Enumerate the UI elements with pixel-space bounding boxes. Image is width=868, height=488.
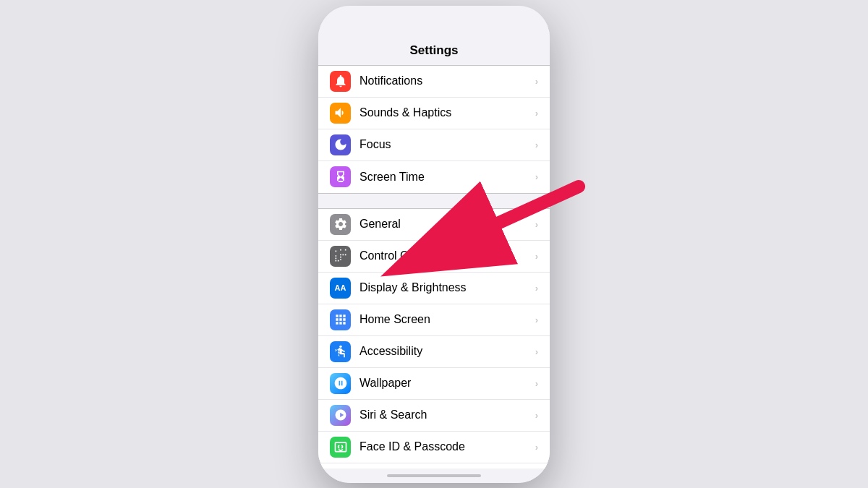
page-title: Settings: [318, 38, 550, 65]
controlcenter-label: Control Center: [359, 249, 535, 262]
notifications-label: Notifications: [359, 74, 535, 87]
phone-frame: Settings Notifications › Sounds & Haptic…: [318, 6, 550, 483]
home-indicator: [318, 468, 550, 483]
settings-row-siri[interactable]: Siri & Search ›: [318, 400, 550, 432]
moon-icon: [333, 137, 348, 152]
controlcenter-icon-wrap: [330, 246, 351, 267]
sounds-label: Sounds & Haptics: [359, 106, 535, 119]
settings-row-homescreen[interactable]: Home Screen ›: [318, 304, 550, 336]
siri-label: Siri & Search: [359, 408, 535, 421]
accessibility-icon-wrap: [330, 341, 351, 362]
hourglass-icon: [333, 170, 348, 184]
notifications-chevron: ›: [535, 76, 538, 87]
status-bar: [318, 6, 550, 38]
aa-icon-text: AA: [335, 283, 346, 292]
controlcenter-chevron: ›: [535, 251, 538, 262]
home-bar: [387, 474, 481, 477]
focus-icon-wrap: [330, 134, 351, 155]
faceid-label: Face ID & Passcode: [359, 440, 535, 453]
focus-chevron: ›: [535, 140, 538, 150]
settings-row-general[interactable]: General ›: [318, 209, 550, 241]
accessibility-label: Accessibility: [359, 345, 535, 358]
settings-row-screentime[interactable]: Screen Time ›: [318, 161, 550, 193]
home-icon: [333, 312, 348, 327]
notifications-icon-wrap: [330, 71, 351, 92]
sound-icon: [333, 106, 348, 120]
section-group-2: General › Control Center › AA Display & …: [318, 208, 550, 468]
siri-icon: [333, 408, 348, 422]
homescreen-icon-wrap: [330, 309, 351, 330]
accessibility-icon: [333, 344, 348, 359]
homescreen-label: Home Screen: [359, 313, 535, 326]
settings-row-notifications[interactable]: Notifications ›: [318, 66, 550, 98]
general-icon-wrap: [330, 214, 351, 235]
sounds-chevron: ›: [535, 108, 538, 119]
display-icon-wrap: AA: [330, 278, 351, 299]
faceid-icon-wrap: [330, 437, 351, 458]
settings-row-wallpaper[interactable]: Wallpaper ›: [318, 368, 550, 400]
settings-row-faceid[interactable]: Face ID & Passcode ›: [318, 432, 550, 463]
settings-row-sos[interactable]: SOS Emergency SOS ›: [318, 463, 550, 468]
wallpaper-chevron: ›: [535, 378, 538, 389]
settings-row-controlcenter[interactable]: Control Center ›: [318, 241, 550, 273]
siri-icon-wrap: [330, 405, 351, 426]
accessibility-chevron: ›: [535, 346, 538, 357]
sounds-icon-wrap: [330, 103, 351, 124]
general-label: General: [359, 218, 535, 231]
svg-point-0: [339, 346, 341, 348]
faceid-icon: [333, 440, 348, 454]
settings-row-sounds[interactable]: Sounds & Haptics ›: [318, 98, 550, 129]
screentime-label: Screen Time: [359, 171, 535, 184]
bell-icon: [333, 74, 348, 88]
display-label: Display & Brightness: [359, 281, 535, 294]
section-group-1: Notifications › Sounds & Haptics › Focus…: [318, 65, 550, 194]
screentime-chevron: ›: [535, 171, 538, 182]
faceid-chevron: ›: [535, 442, 538, 453]
general-chevron: ›: [535, 219, 538, 230]
control-icon: [333, 249, 348, 263]
wallpaper-icon-wrap: [330, 373, 351, 394]
settings-row-display[interactable]: AA Display & Brightness ›: [318, 273, 550, 304]
gear-icon: [333, 217, 348, 231]
wallpaper-icon: [333, 376, 348, 390]
homescreen-chevron: ›: [535, 314, 538, 325]
screentime-icon-wrap: [330, 166, 351, 187]
display-chevron: ›: [535, 283, 538, 294]
wallpaper-label: Wallpaper: [359, 377, 535, 390]
settings-row-accessibility[interactable]: Accessibility ›: [318, 336, 550, 368]
focus-label: Focus: [359, 138, 535, 151]
settings-scroll[interactable]: Notifications › Sounds & Haptics › Focus…: [318, 65, 550, 468]
siri-chevron: ›: [535, 410, 538, 421]
settings-row-focus[interactable]: Focus ›: [318, 129, 550, 161]
